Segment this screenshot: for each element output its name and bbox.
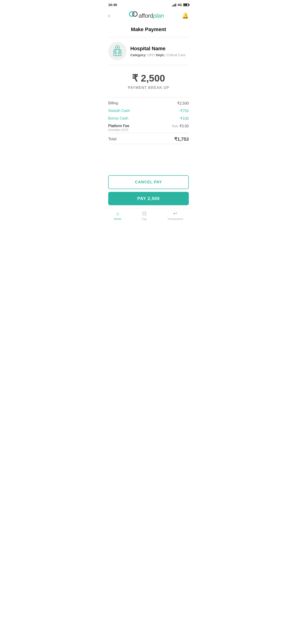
cancel-pay-button[interactable]: CANCEL PAY [108,175,189,189]
payment-break-title: PAYMENT BREAK UP [108,86,189,90]
payment-section: ₹ 2,500 PAYMENT BREAK UP [104,65,194,94]
logo-icon [128,10,138,21]
status-bar: 10:30 4G [104,0,194,8]
platform-fee-new: ₹3.00 [179,124,189,128]
swasth-cash-label: Swasth Cash [108,109,130,113]
platform-fee-old: ₹15 [172,124,178,128]
transactions-label: Transactions [168,218,183,221]
dept-value: Critical Care [167,53,186,57]
svg-rect-6 [116,53,119,56]
total-label: Total [108,137,116,142]
signal-icon [172,3,176,6]
hospital-info: Hospital Name Category: OPD Dept.: Criti… [130,46,186,57]
hospital-name: Hospital Name [130,46,186,52]
network-type: 4G [178,3,182,7]
home-icon: ⌂ [116,210,119,216]
svg-rect-9 [115,52,116,54]
status-time: 10:30 [108,3,117,7]
hospital-avatar [108,42,127,60]
nav-transactions[interactable]: ↩ Transactions [168,210,183,221]
breakup-top-divider [108,97,189,98]
billing-value: ₹2,500 [177,101,189,106]
platform-fee-sub: (Includes GST) [108,128,130,132]
header: ‹ affordplan 🔔 [104,8,194,25]
nav-home[interactable]: ⌂ Home [114,210,121,221]
pay-label: Pay [142,218,147,221]
platform-fee-row: Platform Fee (Includes GST) ₹15 ₹3.00 [108,124,189,132]
hospital-icon [112,45,124,57]
svg-rect-8 [119,51,120,52]
total-value: ₹1,753 [174,136,189,142]
bonus-cash-value: -₹100 [179,116,189,121]
payment-amount: ₹ 2,500 [108,72,189,84]
platform-fee-value: ₹15 ₹3.00 [172,124,189,128]
swasth-cash-row: Swasth Cash -₹750 [108,109,189,113]
page-title: Make Payment [104,25,194,37]
billing-row: Billing ₹2,500 [108,101,189,106]
platform-fee-label: Platform Fee (Includes GST) [108,124,130,132]
status-right: 4G [172,3,189,7]
hospital-meta: Category: OPD Dept.: Critical Care [130,53,186,57]
bonus-cash-row: Bonus Cash -₹100 [108,116,189,121]
category-label: Category: [130,53,146,57]
battery-icon [183,4,189,6]
pay-button[interactable]: PAY 2,500 [108,192,189,205]
bottom-buttons: CANCEL PAY PAY 2,500 [104,172,194,208]
nav-pay[interactable]: ⊡ Pay [142,210,147,221]
breakup-table: Billing ₹2,500 Swasth Cash -₹750 Bonus C… [104,97,194,144]
swasth-cash-value: -₹750 [179,109,189,113]
bonus-cash-label: Bonus Cash [108,116,128,120]
category-value: OPD [147,53,155,57]
home-label: Home [114,218,121,221]
dept-label: Dept.: [156,53,166,57]
back-button[interactable]: ‹ [108,13,110,18]
svg-point-1 [132,12,137,16]
billing-label: Billing [108,101,118,105]
pay-icon: ⊡ [142,210,146,216]
hospital-card: Hospital Name Category: OPD Dept.: Criti… [104,37,194,65]
logo: affordplan [128,10,164,21]
transactions-icon: ↩ [173,210,177,216]
svg-rect-7 [115,51,116,52]
notification-bell-icon[interactable]: 🔔 [182,12,189,19]
logo-text: affordplan [138,12,164,19]
total-top-divider [108,133,189,133]
total-row: Total ₹1,753 [108,136,189,142]
bottom-nav: ⌂ Home ⊡ Pay ↩ Transactions [104,208,194,224]
svg-rect-10 [119,52,120,54]
